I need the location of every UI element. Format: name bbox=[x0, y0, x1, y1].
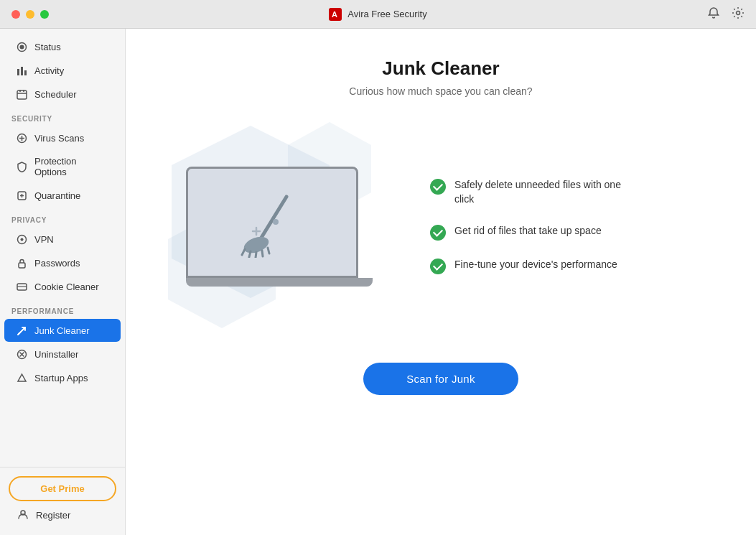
broom-icon bbox=[236, 186, 308, 258]
sidebar-item-virus-scans[interactable]: Virus Scans bbox=[4, 126, 121, 149]
feature-text-2: Fine-tune your device's performance bbox=[454, 258, 617, 272]
performance-section-label: PERFORMANCE bbox=[0, 299, 125, 318]
feature-item-2: Fine-tune your device's performance bbox=[430, 258, 641, 274]
sidebar-footer: Get Prime Register bbox=[0, 467, 125, 535]
svg-line-29 bbox=[258, 197, 286, 243]
sidebar-item-junk-cleaner[interactable]: Junk Cleaner bbox=[4, 319, 121, 342]
protection-options-icon bbox=[16, 161, 27, 172]
svg-line-33 bbox=[256, 252, 256, 258]
app-title: Avira Free Security bbox=[347, 9, 426, 19]
svg-rect-4 bbox=[17, 69, 19, 75]
feature-text-1: Get rid of files that take up space bbox=[454, 224, 602, 238]
maximize-button[interactable] bbox=[40, 10, 49, 19]
laptop-base bbox=[186, 278, 373, 287]
svg-line-35 bbox=[268, 248, 269, 253]
svg-point-36 bbox=[273, 219, 279, 225]
register-icon bbox=[17, 508, 29, 522]
notifications-icon[interactable] bbox=[707, 6, 720, 22]
svg-point-3 bbox=[19, 45, 24, 49]
svg-line-34 bbox=[262, 251, 263, 256]
feature-item-1: Get rid of files that take up space bbox=[430, 224, 641, 241]
page-title: Junk Cleaner bbox=[382, 57, 499, 80]
sidebar-item-junk-cleaner-label: Junk Cleaner bbox=[34, 325, 90, 336]
titlebar: A Avira Free Security bbox=[0, 0, 756, 29]
get-prime-button[interactable]: Get Prime bbox=[9, 476, 116, 501]
settings-icon[interactable] bbox=[732, 6, 745, 22]
main-content: Junk Cleaner Curious how much space you … bbox=[126, 29, 756, 535]
minimize-button[interactable] bbox=[26, 10, 34, 19]
sidebar-item-startup-apps[interactable]: Startup Apps bbox=[4, 366, 121, 389]
sidebar-item-register[interactable]: Register bbox=[9, 501, 116, 526]
content-area: Safely delete unneeded files with one cl… bbox=[172, 126, 710, 327]
status-icon bbox=[16, 41, 27, 52]
svg-rect-19 bbox=[19, 263, 25, 268]
sidebar-item-cookie-cleaner[interactable]: Cookie Cleaner bbox=[4, 275, 121, 298]
sidebar-nav: Status Activity Scheduler SECURITY bbox=[0, 29, 125, 467]
traffic-lights bbox=[11, 10, 49, 19]
startup-apps-icon bbox=[16, 372, 27, 383]
svg-rect-5 bbox=[21, 67, 23, 75]
sidebar-item-quarantine-label: Quarantine bbox=[34, 190, 80, 201]
activity-icon bbox=[16, 65, 27, 76]
sidebar-item-activity[interactable]: Activity bbox=[4, 59, 121, 82]
sidebar-item-startup-apps-label: Startup Apps bbox=[34, 373, 88, 383]
vpn-icon bbox=[16, 233, 27, 245]
sidebar-item-vpn-label: VPN bbox=[34, 234, 54, 245]
titlebar-actions bbox=[707, 6, 745, 22]
svg-point-18 bbox=[20, 238, 23, 241]
junk-cleaner-icon bbox=[16, 325, 27, 336]
sidebar-item-vpn[interactable]: VPN bbox=[4, 228, 121, 251]
svg-line-31 bbox=[242, 249, 245, 255]
register-label: Register bbox=[36, 510, 70, 521]
sidebar-item-protection-options-label: Protection Options bbox=[34, 156, 109, 177]
cookie-cleaner-icon bbox=[16, 281, 27, 292]
sidebar-item-cookie-cleaner-label: Cookie Cleaner bbox=[34, 282, 99, 292]
close-button[interactable] bbox=[11, 10, 20, 19]
app-body: Status Activity Scheduler SECURITY bbox=[0, 29, 756, 535]
sidebar: Status Activity Scheduler SECURITY bbox=[0, 29, 126, 535]
titlebar-center: A Avira Free Security bbox=[329, 8, 426, 21]
sidebar-item-protection-options[interactable]: Protection Options bbox=[4, 150, 121, 183]
svg-rect-7 bbox=[17, 90, 27, 99]
check-icon-1 bbox=[430, 225, 446, 241]
sidebar-item-uninstaller-label: Uninstaller bbox=[34, 349, 78, 360]
laptop-illustration bbox=[186, 167, 373, 287]
sidebar-item-activity-label: Activity bbox=[34, 65, 64, 76]
app-icon: A bbox=[329, 8, 342, 21]
privacy-section-label: PRIVACY bbox=[0, 208, 125, 227]
scheduler-icon bbox=[16, 88, 27, 100]
sidebar-item-uninstaller[interactable]: Uninstaller bbox=[4, 343, 121, 366]
svg-point-1 bbox=[736, 11, 739, 14]
sidebar-item-passwords[interactable]: Passwords bbox=[4, 251, 121, 274]
quarantine-icon bbox=[16, 190, 27, 201]
security-section-label: SECURITY bbox=[0, 106, 125, 126]
sidebar-item-passwords-label: Passwords bbox=[34, 258, 80, 269]
feature-item-0: Safely delete unneeded files with one cl… bbox=[430, 178, 641, 206]
svg-rect-6 bbox=[24, 70, 27, 75]
illustration bbox=[172, 126, 387, 327]
sidebar-item-status-label: Status bbox=[34, 42, 61, 52]
feature-text-0: Safely delete unneeded files with one cl… bbox=[454, 178, 641, 206]
laptop-screen bbox=[186, 167, 358, 278]
page-subtitle: Curious how much space you can clean? bbox=[349, 85, 532, 97]
virus-scans-icon bbox=[16, 132, 27, 144]
sidebar-item-scheduler-label: Scheduler bbox=[34, 89, 77, 100]
uninstaller-icon bbox=[16, 348, 27, 360]
passwords-icon bbox=[16, 257, 27, 269]
check-icon-0 bbox=[430, 179, 446, 195]
features-list: Safely delete unneeded files with one cl… bbox=[430, 178, 641, 274]
sidebar-item-status[interactable]: Status bbox=[4, 35, 121, 58]
svg-line-32 bbox=[249, 251, 251, 257]
sidebar-item-scheduler[interactable]: Scheduler bbox=[4, 83, 121, 106]
check-icon-2 bbox=[430, 259, 446, 274]
scan-for-junk-button[interactable]: Scan for Junk bbox=[363, 363, 518, 395]
sidebar-item-virus-scans-label: Virus Scans bbox=[34, 133, 84, 144]
sidebar-item-quarantine[interactable]: Quarantine bbox=[4, 184, 121, 207]
svg-text:A: A bbox=[332, 10, 337, 19]
